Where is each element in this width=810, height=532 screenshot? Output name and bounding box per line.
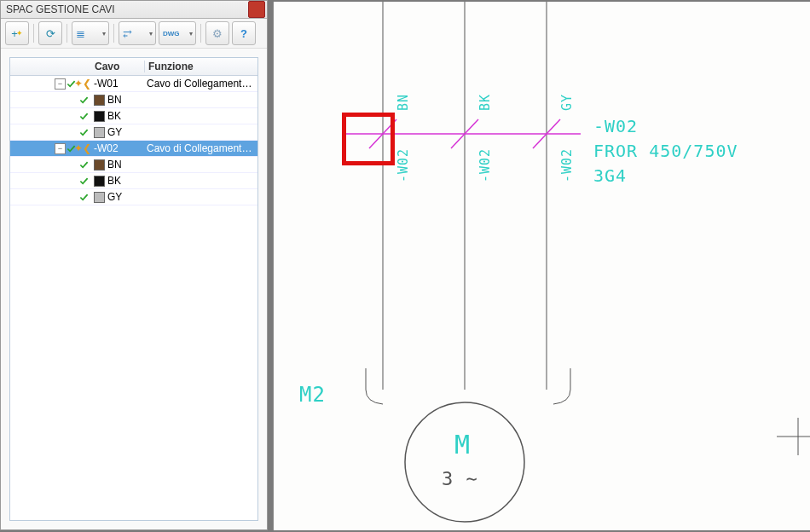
conductor-row[interactable]: BN — [10, 157, 257, 173]
expand-toggle[interactable]: − — [55, 78, 66, 90]
conductor-row[interactable]: BK — [10, 108, 257, 124]
cable-name: -W01 — [90, 78, 143, 90]
add-button[interactable]: +✦ — [5, 21, 29, 45]
motor-phase: 3 ∼ — [442, 466, 478, 492]
panel-title-bar[interactable]: SPAC GESTIONE CAVI — [1, 1, 267, 19]
wire-id-label: -W02 — [396, 148, 411, 182]
conductor-name: GY — [90, 191, 143, 203]
color-swatch — [94, 95, 105, 106]
conductor-row[interactable]: BN — [10, 92, 257, 108]
cable-icon: ✦❮ — [77, 78, 89, 89]
conductor-name: BN — [90, 94, 143, 106]
check-icon — [79, 193, 89, 202]
conductor-name: BN — [90, 159, 143, 171]
toolbar-separator — [200, 24, 201, 43]
color-swatch — [94, 192, 105, 203]
cable-icon: ✦❮ — [77, 143, 89, 153]
cable-manager-panel: SPAC GESTIONE CAVI +✦ ⟳ ≣ ⥂ DWG ⚙ ? Cavo… — [0, 0, 268, 530]
help-button[interactable]: ? — [232, 21, 256, 45]
conductor-name: BK — [90, 110, 143, 122]
color-swatch — [94, 176, 105, 187]
panel-title: SPAC GESTIONE CAVI — [6, 3, 115, 15]
wire-color-label: BN — [396, 94, 411, 111]
cable-name: -W02 — [90, 142, 143, 154]
conductor-row[interactable]: GY — [10, 124, 257, 141]
conductor-name: GY — [90, 126, 143, 138]
check-icon — [79, 112, 89, 121]
color-swatch — [94, 159, 105, 171]
check-icon — [79, 128, 89, 137]
col-header-funzione[interactable]: Funzione — [145, 61, 257, 72]
list-button[interactable]: ≣ — [72, 21, 109, 45]
cable-row[interactable]: −✦❮-W02Cavo di Collegamento Mot — [10, 141, 257, 157]
cable-tree[interactable]: Cavo Funzione −✦❮-W01Cavo di Collegament… — [9, 57, 258, 521]
settings-button[interactable]: ⚙ — [205, 21, 229, 45]
col-header-cavo[interactable]: Cavo — [91, 61, 145, 72]
toolbar-separator — [33, 24, 34, 43]
panel-toolbar: +✦ ⟳ ≣ ⥂ DWG ⚙ ? — [1, 19, 267, 49]
color-swatch — [94, 127, 105, 138]
cable-annotation: -W02 FROR 450/750V 3G4 — [593, 114, 738, 188]
tree-header: Cavo Funzione — [10, 58, 257, 76]
motor-reference: M2 — [299, 381, 326, 408]
drawing-canvas[interactable]: BN BK GY -W02 -W02 -W02 -W02 FROR 450/75… — [273, 2, 810, 530]
cable-row[interactable]: −✦❮-W01Cavo di Collegamento Mot — [10, 76, 257, 92]
wire-color-label: BK — [477, 94, 493, 111]
cable-function: Cavo di Collegamento Mot — [143, 78, 257, 90]
check-icon — [79, 95, 89, 105]
color-swatch — [94, 111, 105, 122]
link-button[interactable]: ⥂ — [119, 21, 156, 45]
refresh-button[interactable]: ⟳ — [38, 21, 62, 45]
check-icon — [79, 160, 89, 170]
conductor-name: BK — [90, 175, 143, 187]
wire-id-label: -W02 — [559, 148, 575, 182]
panel-badge-icon[interactable] — [248, 1, 265, 18]
dwg-button[interactable]: DWG — [159, 21, 196, 45]
cable-function: Cavo di Collegamento Mot — [143, 142, 257, 154]
check-icon — [79, 176, 89, 186]
conductor-row[interactable]: GY — [10, 189, 257, 205]
motor-letter: M — [454, 428, 471, 463]
expand-toggle[interactable]: − — [55, 143, 66, 154]
toolbar-separator — [67, 24, 67, 43]
highlight-box — [342, 113, 395, 165]
conductor-row[interactable]: BK — [10, 173, 257, 189]
wire-id-label: -W02 — [477, 148, 493, 182]
toolbar-separator — [113, 24, 114, 43]
wire-color-label: GY — [559, 94, 575, 111]
